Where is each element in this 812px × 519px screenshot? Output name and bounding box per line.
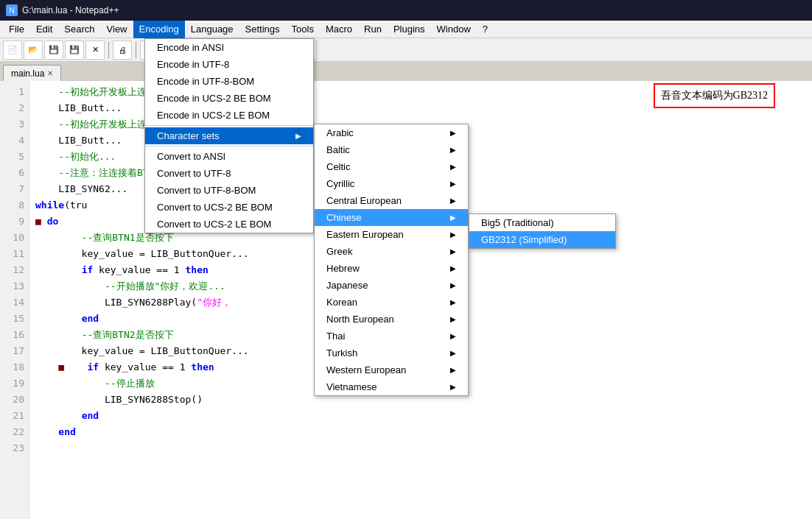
character-sets-label: Character sets: [157, 130, 220, 141]
japanese-item[interactable]: Japanese ▶: [315, 277, 468, 294]
encode-utf8-bom-item[interactable]: Encode in UTF-8-BOM: [145, 73, 313, 90]
menu-macro[interactable]: Macro: [320, 21, 358, 38]
toolbar: 📄 📂 💾 💾 ✕ 🖨 ✂ 📋 📋 ⬜ ↩ ↪ 🔍 🔁: [0, 38, 812, 62]
convert-ucs2-be-item[interactable]: Convert to UCS-2 BE BOM: [145, 199, 313, 216]
line-num-20: 20: [4, 392, 24, 408]
convert-utf8-label: Convert to UTF-8: [157, 168, 231, 179]
gb2312-item[interactable]: GB2312 (Simplified): [469, 231, 615, 248]
convert-ansi-item[interactable]: Convert to ANSI: [145, 148, 313, 165]
turkish-arrow: ▶: [450, 349, 456, 357]
vietnamese-item[interactable]: Vietnamese ▶: [315, 378, 468, 395]
line-num-12: 12: [4, 262, 24, 278]
window-title: G:\main.lua - Notepad++: [22, 5, 119, 15]
cyrillic-item[interactable]: Cyrillic ▶: [315, 175, 468, 192]
tab-close-button[interactable]: ✕: [47, 69, 53, 77]
line-num-3: 3: [4, 116, 24, 133]
save-button[interactable]: 💾: [44, 40, 63, 60]
encode-ucs2-be-item[interactable]: Encode in UCS-2 BE BOM: [145, 90, 313, 107]
north-european-item[interactable]: North European ▶: [315, 311, 468, 328]
menu-help[interactable]: ?: [477, 21, 494, 38]
big5-item[interactable]: Big5 (Traditional): [469, 214, 615, 231]
line-num-7: 7: [4, 181, 24, 197]
line-num-15: 15: [4, 311, 24, 327]
open-button[interactable]: 📂: [24, 40, 43, 60]
celtic-arrow: ▶: [450, 163, 456, 171]
japanese-label: Japanese: [326, 280, 368, 291]
eastern-european-item[interactable]: Eastern European ▶: [315, 226, 468, 243]
baltic-item[interactable]: Baltic ▶: [315, 141, 468, 158]
convert-utf8-bom-item[interactable]: Convert to UTF-8-BOM: [145, 182, 313, 199]
turkish-item[interactable]: Turkish ▶: [315, 345, 468, 361]
line-numbers: 1 2 3 4 5 6 7 8 9 10 11 12 13 14 15 16 1…: [0, 81, 29, 519]
tab-bar: main.lua ✕: [0, 62, 812, 81]
menu-language[interactable]: Language: [185, 21, 239, 38]
menu-encoding[interactable]: Encoding: [133, 21, 185, 38]
line-num-22: 22: [4, 424, 24, 440]
baltic-arrow: ▶: [450, 146, 456, 154]
korean-label: Korean: [326, 297, 357, 308]
thai-label: Thai: [326, 331, 345, 342]
code-line-21: end: [35, 408, 806, 424]
arabic-arrow: ▶: [450, 129, 456, 137]
save-all-button[interactable]: 💾: [65, 40, 84, 60]
print-button[interactable]: 🖨: [113, 40, 132, 60]
convert-ansi-label: Convert to ANSI: [157, 151, 225, 162]
chinese-submenu-popup[interactable]: Big5 (Traditional) GB2312 (Simplified): [469, 213, 616, 249]
western-european-label: Western European: [326, 364, 406, 375]
menu-settings[interactable]: Settings: [239, 21, 286, 38]
error-annotation-box: 吾音文本编码为GB2312: [654, 83, 775, 108]
encode-ansi-item[interactable]: Encode in ANSI: [145, 39, 313, 56]
line-num-17: 17: [4, 343, 24, 359]
line-num-2: 2: [4, 100, 24, 116]
menu-tools[interactable]: Tools: [286, 21, 320, 38]
convert-ucs2-le-item[interactable]: Convert to UCS-2 LE BOM: [145, 216, 313, 233]
menu-edit[interactable]: Edit: [30, 21, 58, 38]
central-european-arrow: ▶: [450, 197, 456, 205]
line-num-18: 18: [4, 359, 24, 375]
gb2312-label: GB2312 (Simplified): [481, 234, 567, 245]
line-num-5: 5: [4, 149, 24, 165]
north-european-arrow: ▶: [450, 315, 456, 323]
greek-item[interactable]: Greek ▶: [315, 243, 468, 260]
line-num-4: 4: [4, 133, 24, 149]
celtic-label: Celtic: [326, 161, 351, 172]
central-european-item[interactable]: Central European ▶: [315, 192, 468, 209]
thai-item[interactable]: Thai ▶: [315, 328, 468, 345]
hebrew-arrow: ▶: [450, 264, 456, 272]
celtic-item[interactable]: Celtic ▶: [315, 158, 468, 175]
toolbar-separator-1: [108, 42, 109, 58]
title-bar: N G:\main.lua - Notepad++: [0, 0, 812, 21]
korean-item[interactable]: Korean ▶: [315, 294, 468, 311]
character-sets-arrow: ▶: [295, 132, 301, 140]
japanese-arrow: ▶: [450, 281, 456, 289]
convert-utf8-item[interactable]: Convert to UTF-8: [145, 165, 313, 182]
character-sets-submenu[interactable]: Arabic ▶ Baltic ▶ Celtic ▶ Cyrillic ▶ Ce…: [314, 124, 469, 396]
convert-ucs2-le-label: Convert to UCS-2 LE BOM: [157, 219, 271, 230]
close-button[interactable]: ✕: [85, 40, 105, 60]
hebrew-label: Hebrew: [326, 263, 360, 274]
arabic-item[interactable]: Arabic ▶: [315, 124, 468, 141]
code-line-22: end: [35, 424, 806, 440]
eastern-european-arrow: ▶: [450, 230, 456, 239]
menu-file[interactable]: File: [3, 21, 30, 38]
encode-utf8-item[interactable]: Encode in UTF-8: [145, 56, 313, 73]
chinese-label: Chinese: [326, 212, 362, 223]
western-european-arrow: ▶: [450, 366, 456, 374]
menu-plugins[interactable]: Plugins: [388, 21, 431, 38]
menu-window[interactable]: Window: [431, 21, 477, 38]
character-sets-item[interactable]: Character sets ▶: [145, 127, 313, 144]
vietnamese-arrow: ▶: [450, 383, 456, 391]
hebrew-item[interactable]: Hebrew ▶: [315, 260, 468, 277]
chinese-item[interactable]: Chinese ▶: [315, 209, 468, 226]
menu-run[interactable]: Run: [358, 21, 388, 38]
central-european-label: Central European: [326, 195, 402, 206]
tab-main-lua[interactable]: main.lua ✕: [3, 65, 61, 81]
encode-ucs2-le-item[interactable]: Encode in UCS-2 LE BOM: [145, 107, 313, 124]
menu-view[interactable]: View: [101, 21, 133, 38]
vietnamese-label: Vietnamese: [326, 381, 377, 392]
menu-search[interactable]: Search: [58, 21, 100, 38]
new-button[interactable]: 📄: [3, 40, 22, 60]
cyrillic-label: Cyrillic: [326, 178, 354, 189]
western-european-item[interactable]: Western European ▶: [315, 361, 468, 378]
encoding-menu-popup[interactable]: Encode in ANSI Encode in UTF-8 Encode in…: [144, 38, 314, 233]
